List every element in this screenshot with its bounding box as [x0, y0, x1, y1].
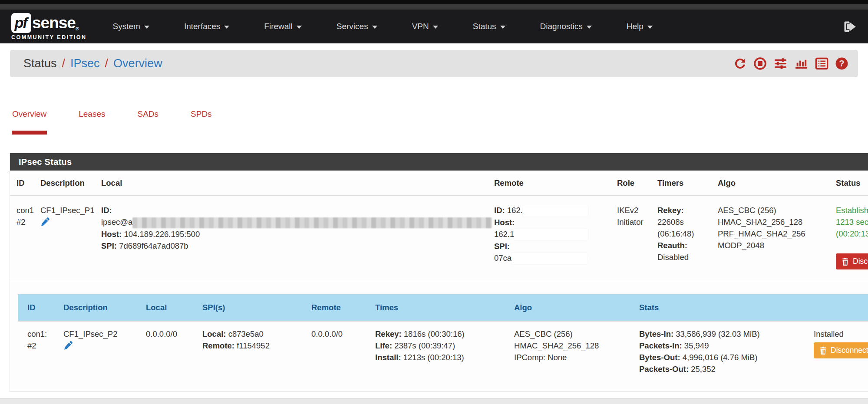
pfsense-logo[interactable]: pf sense ® COMMUNITY EDITION [11, 13, 87, 40]
col-algo: Algo [711, 171, 829, 196]
breadcrumb-link-overview[interactable]: Overview [113, 57, 162, 70]
sliders-icon[interactable] [773, 57, 788, 70]
nav-item-interfaces[interactable]: Interfaces [184, 22, 229, 31]
stop-icon[interactable] [753, 57, 767, 70]
bar-chart-icon[interactable] [794, 57, 809, 70]
p1-local-cell: ID: ipsec@a Host: 104.189.226.195:500 SP… [95, 196, 488, 281]
status-tabs: Overview Leases SADs SPDs [12, 109, 868, 135]
nav-item-system[interactable]: System [113, 22, 149, 31]
breadcrumb-bar: Status / IPsec / Overview [10, 50, 858, 77]
window-top-strip [0, 0, 868, 4]
col-status: Status [829, 171, 868, 196]
chevron-down-icon [587, 26, 592, 29]
disconnect-p1-button[interactable]: Disconnect [836, 253, 868, 269]
col-description: Description [34, 171, 95, 196]
chevron-down-icon [144, 26, 149, 29]
breadcrumb: Status / IPsec / Overview [23, 57, 162, 70]
installed-status-text: Installed [814, 328, 868, 340]
col-stats: Stats [633, 294, 807, 321]
p1-role-cell: IKEv2Initiator [611, 196, 651, 281]
nav-item-firewall[interactable]: Firewall [264, 22, 301, 31]
p1-remote-cell: ID: 162. Host: 162.1 SPI: 07ca [488, 196, 611, 281]
logo-pf-text: pf [14, 14, 28, 31]
tab-leases[interactable]: Leases [78, 109, 106, 135]
page-footer-strip [0, 398, 868, 404]
p1-id-cell: con1#2 [10, 196, 34, 281]
chevron-down-icon [500, 26, 505, 29]
status-uptime-text: 1213 seconds [836, 216, 868, 228]
tab-overview[interactable]: Overview [12, 109, 47, 135]
status-uptime-clock: (00:20:13) [836, 228, 868, 240]
p2-id-cell: con1:#2 [18, 321, 57, 385]
redacted-white-block [523, 205, 588, 217]
p1-header-row: ID Description Local Remote Role Timers … [10, 171, 868, 196]
tab-spds[interactable]: SPDs [190, 109, 212, 135]
chevron-down-icon [372, 26, 377, 29]
nav-item-status[interactable]: Status [473, 22, 505, 31]
col-timers: Timers [651, 171, 711, 196]
col-times: Times [369, 294, 508, 321]
nav-item-diagnostics[interactable]: Diagnostics [540, 22, 592, 31]
log-list-icon[interactable] [815, 57, 828, 70]
chevron-down-icon [647, 26, 653, 29]
nav-item-help[interactable]: Help [627, 22, 653, 31]
nav-item-services[interactable]: Services [337, 22, 377, 31]
ipsec-p2-table: ID Description Local SPI(s) Remote Times… [18, 294, 868, 385]
redacted-blur-block [132, 217, 492, 228]
p1-algo-cell: AES_CBC (256) HMAC_SHA2_256_128 PRF_HMAC… [711, 196, 829, 281]
edit-pencil-icon[interactable] [63, 341, 73, 353]
col-spis: SPI(s) [196, 294, 305, 321]
pf-logo-box: pf [11, 13, 31, 33]
trash-icon [819, 347, 827, 355]
col-remote: Remote [305, 294, 369, 321]
p1-description-cell: CF1_IPsec_P1 [34, 196, 95, 281]
tab-sads[interactable]: SADs [137, 109, 159, 135]
breadcrumb-separator: / [105, 57, 109, 70]
chevron-down-icon [297, 26, 302, 29]
edit-pencil-icon[interactable] [40, 217, 50, 230]
p2-actions-cell: Installed Disconnect [807, 321, 868, 385]
p2-header-row: ID Description Local SPI(s) Remote Times… [18, 294, 868, 321]
sign-out-icon[interactable] [844, 21, 857, 33]
col-id: ID [10, 171, 34, 196]
trash-icon [842, 258, 849, 266]
col-algo: Algo [508, 294, 633, 321]
help-icon[interactable]: ? [835, 57, 848, 70]
chevron-down-icon [224, 26, 229, 29]
logo-subtitle: COMMUNITY EDITION [11, 34, 87, 40]
p2-description-cell: CF1_IPsec_P2 [57, 321, 139, 385]
logo-registered-mark: ® [76, 26, 79, 31]
p2-remote-cell: 0.0.0.0/0 [305, 321, 369, 385]
p1-timers-cell: Rekey: 22608s (06:16:48) Reauth: Disable… [651, 196, 711, 281]
window-title-strip [0, 4, 868, 10]
logo-sense-text: sense [32, 14, 76, 32]
breadcrumb-link-ipsec[interactable]: IPsec [70, 57, 100, 70]
breadcrumb-root: Status [23, 57, 57, 70]
col-actions [807, 294, 868, 321]
col-local: Local [139, 294, 196, 321]
p2-table-row: con1:#2 CF1_IPsec_P2 0.0.0.0/0 Local: c8… [18, 321, 868, 385]
p1-status-cell: Established 1213 seconds (00:20:13) Disc… [829, 196, 868, 281]
ipsec-status-panel: IPsec Status ID Description Local Remote… [10, 153, 868, 392]
disconnect-p2-button[interactable]: Disconnect [814, 342, 868, 358]
nav-menu: System Interfaces Firewall Services VPN … [113, 22, 653, 31]
nav-item-vpn[interactable]: VPN [412, 22, 438, 31]
p1-table-row: con1#2 CF1_IPsec_P1 ID: ipsec@a Host: 10… [10, 196, 868, 281]
status-established-text: Established [836, 204, 868, 216]
refresh-icon[interactable] [733, 57, 747, 70]
col-description: Description [57, 294, 139, 321]
chevron-down-icon [433, 26, 438, 29]
p2-algo-cell: AES_CBC (256) HMAC_SHA2_256_128 IPComp: … [508, 321, 633, 385]
col-id: ID [18, 294, 57, 321]
main-navbar: pf sense ® COMMUNITY EDITION System Inte… [0, 10, 868, 43]
col-local: Local [95, 171, 488, 196]
ipsec-p1-table: ID Description Local Remote Role Timers … [10, 171, 868, 281]
redacted-white-block [512, 253, 587, 264]
p2-times-cell: Rekey: 1816s (00:30:16) Life: 2387s (00:… [369, 321, 508, 385]
redacted-white-block [514, 229, 588, 240]
col-remote: Remote [488, 171, 611, 196]
svg-text:?: ? [839, 59, 844, 68]
panel-title: IPsec Status [10, 153, 868, 171]
p2-spis-cell: Local: c873e5a0 Remote: f1154952 [196, 321, 305, 385]
p2-local-cell: 0.0.0.0/0 [139, 321, 196, 385]
